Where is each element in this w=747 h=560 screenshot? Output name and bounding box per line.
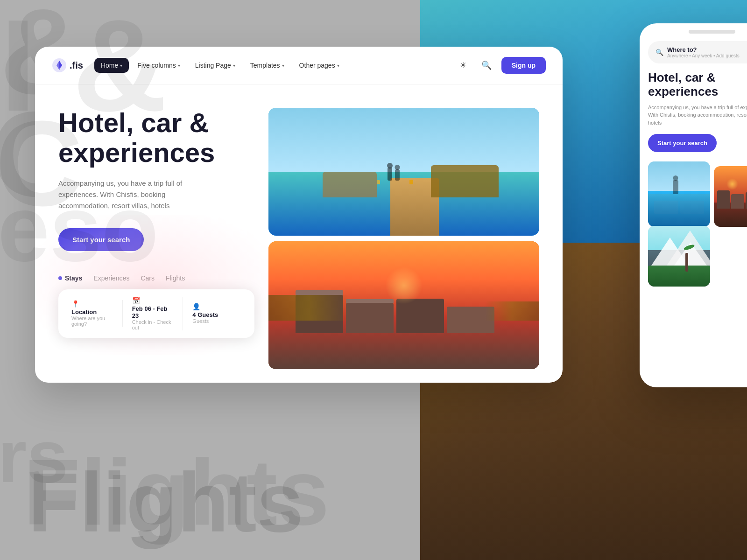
phone-content: 🔍 Where to? Anywhere • Any week • Add gu… [640, 34, 747, 294]
chevron-down-icon: ▾ [178, 63, 180, 68]
phone-search-main: Where to? Anywhere • Any week • Add gues… [667, 46, 747, 58]
phone-image-2 [714, 166, 747, 227]
guests-field[interactable]: 👤 4 Guests Guests [183, 303, 243, 324]
nav-templates[interactable]: Templates ▾ [244, 58, 291, 73]
date-sub: Check in - Check out [132, 319, 174, 330]
guests-icon: 👤 [192, 303, 234, 310]
tab-flights[interactable]: Flights [166, 274, 185, 282]
chevron-down-icon: ▾ [233, 63, 235, 68]
hero-image-bottom [268, 241, 539, 369]
calendar-icon: 📅 [132, 297, 174, 304]
location-icon: 📍 [71, 300, 113, 308]
phone-hero-subtitle: Accompanying us, you have a trip full of… [648, 104, 747, 127]
tropical-scene [268, 108, 539, 236]
location-field[interactable]: 📍 Location Where are you going? [70, 300, 123, 327]
bg-text-rs: rs [0, 413, 68, 499]
phone-notch [689, 30, 735, 34]
search-bar: 📍 Location Where are you going? 📅 Feb 06… [58, 289, 254, 338]
bg-text-flights: Flights [23, 439, 329, 546]
search-button[interactable]: 🔍 [478, 57, 495, 74]
signup-button[interactable]: Sign up [501, 57, 546, 74]
hero-images [268, 108, 539, 369]
phone-search-sub: Anywhere • Any week • Add guests [667, 53, 747, 58]
chevron-down-icon: ▾ [282, 63, 284, 68]
guests-sub: Guests [192, 318, 234, 324]
chevron-down-icon: ▾ [337, 63, 339, 68]
nav-other-pages[interactable]: Other pages ▾ [293, 58, 346, 73]
phone-scene-mountain [648, 226, 710, 287]
nav-actions: ☀ 🔍 Sign up [455, 57, 546, 74]
phone-image-3 [648, 226, 710, 287]
phone-search-bar[interactable]: 🔍 Where to? Anywhere • Any week • Add gu… [648, 41, 747, 63]
nav-listing-page[interactable]: Listing Page ▾ [189, 58, 242, 73]
phone-image-1 [648, 161, 710, 227]
guests-label: 4 Guests [192, 311, 234, 318]
phone-search-icon: 🔍 [655, 49, 663, 56]
phone-hero-title: Hotel, car & experiences [648, 71, 747, 99]
theme-toggle-button[interactable]: ☀ [455, 57, 472, 74]
date-label: Feb 06 - Feb 23 [132, 305, 174, 319]
phone-search-title: Where to? [667, 46, 747, 53]
location-placeholder: Where are you going? [71, 315, 113, 327]
phone-cta-button[interactable]: Start your search [648, 134, 717, 152]
sunset-scene [268, 241, 539, 369]
date-field[interactable]: 📅 Feb 06 - Feb 23 Check in - Check out [123, 297, 183, 330]
phone-card: 🔍 Where to? Anywhere • Any week • Add gu… [640, 23, 747, 387]
bg-text-large-3: eso [0, 182, 159, 275]
location-label: Location [71, 308, 113, 315]
hero-image-top [268, 108, 539, 236]
phone-scene-water [648, 161, 710, 227]
phone-images [648, 161, 747, 287]
phone-scene-sunset [714, 166, 747, 227]
